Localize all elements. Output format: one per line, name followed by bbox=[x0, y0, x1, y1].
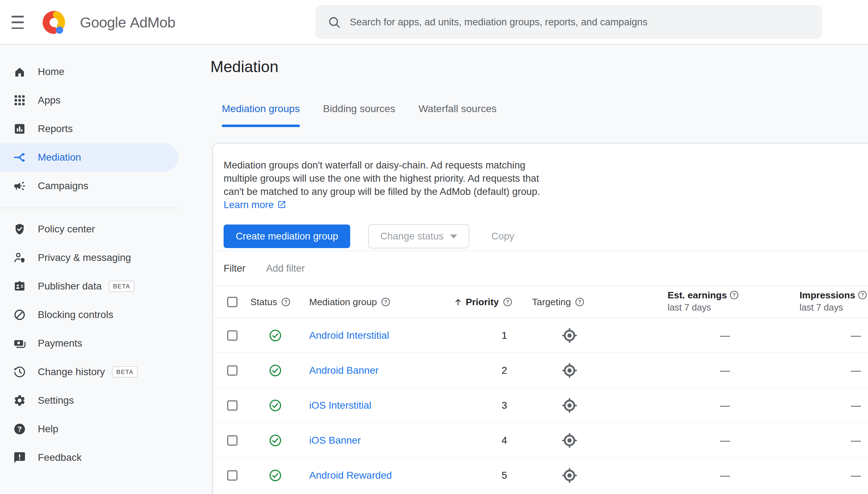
mediation-group-link[interactable]: Android Banner bbox=[309, 365, 379, 376]
mediation-description: Mediation groups don't waterfall or dais… bbox=[224, 158, 550, 211]
impressions-value: — bbox=[754, 435, 861, 446]
admob-brand[interactable]: Google AdMob bbox=[41, 10, 175, 35]
global-search-bar[interactable] bbox=[316, 5, 822, 39]
impressions-value: — bbox=[754, 400, 861, 411]
status-active-icon bbox=[269, 399, 282, 412]
sidebar-item-label: Home bbox=[38, 66, 65, 77]
mediation-group-header-label: Mediation group bbox=[309, 296, 377, 307]
column-header-mediation-group: Mediation group ? bbox=[309, 296, 390, 307]
help-circle-icon[interactable]: ? bbox=[858, 290, 867, 300]
admob-logo-icon bbox=[41, 10, 67, 35]
svg-text:?: ? bbox=[284, 299, 287, 304]
est-earnings-value: — bbox=[623, 330, 730, 341]
sidebar-item-label: Privacy & messaging bbox=[38, 252, 131, 263]
brand-admob-text: AdMob bbox=[130, 14, 175, 31]
mediation-group-link[interactable]: Android Interstitial bbox=[309, 330, 389, 341]
description-text: Mediation groups don't waterfall or dais… bbox=[224, 160, 540, 197]
targeting-icon bbox=[561, 362, 578, 379]
row-checkbox[interactable] bbox=[227, 330, 238, 341]
row-checkbox[interactable] bbox=[227, 435, 238, 445]
sidebar-item-reports[interactable]: Reports bbox=[0, 115, 178, 143]
add-filter-button[interactable]: Add filter bbox=[266, 263, 305, 274]
sidebar-item-feedback[interactable]: Feedback bbox=[0, 443, 178, 472]
row-checkbox[interactable] bbox=[227, 400, 238, 410]
column-header-priority[interactable]: Priority ? bbox=[453, 296, 512, 307]
help-circle-icon[interactable]: ? bbox=[729, 290, 739, 300]
sort-ascending-icon bbox=[453, 297, 463, 307]
sidebar-item-campaigns[interactable]: Campaigns bbox=[0, 172, 178, 200]
feedback-bubble-icon bbox=[13, 451, 26, 464]
sidebar-item-change-history[interactable]: Change history BETA bbox=[0, 358, 178, 386]
menu-icon[interactable] bbox=[11, 16, 24, 29]
sidebar-item-label: Publisher data bbox=[38, 281, 102, 292]
sidebar-item-settings[interactable]: Settings bbox=[0, 386, 178, 415]
column-header-status: Status ? bbox=[250, 296, 291, 307]
mediation-groups-card: Mediation groups don't waterfall or dais… bbox=[212, 143, 868, 494]
sidebar-item-payments[interactable]: Payments bbox=[0, 329, 178, 358]
sidebar-divider bbox=[0, 208, 178, 208]
targeting-icon bbox=[561, 432, 578, 449]
sidebar-item-label: Change history bbox=[38, 366, 105, 378]
search-input[interactable] bbox=[350, 16, 811, 28]
sidebar-item-label: Reports bbox=[38, 123, 73, 135]
est-earnings-value: — bbox=[623, 470, 730, 481]
sidebar-item-policy-center[interactable]: Policy center bbox=[0, 215, 178, 243]
est-earnings-value: — bbox=[623, 435, 730, 446]
card-intro: Mediation groups don't waterfall or dais… bbox=[213, 143, 868, 251]
sidebar-item-label: Apps bbox=[38, 95, 61, 106]
targeting-icon bbox=[561, 397, 578, 414]
search-icon bbox=[327, 15, 341, 29]
status-header-label: Status bbox=[250, 296, 277, 307]
column-header-est-earnings: Est. earnings ? last 7 days bbox=[668, 289, 739, 315]
learn-more-link[interactable]: Learn more bbox=[224, 199, 286, 210]
copy-button[interactable]: Copy bbox=[487, 231, 519, 242]
priority-header-label: Priority bbox=[466, 296, 499, 307]
sidebar-item-publisher-data[interactable]: Publisher data BETA bbox=[0, 272, 178, 301]
help-circle-icon[interactable]: ? bbox=[381, 297, 390, 307]
svg-text:?: ? bbox=[578, 299, 581, 304]
create-mediation-group-button[interactable]: Create mediation group bbox=[224, 225, 350, 248]
tab-mediation-groups[interactable]: Mediation groups bbox=[222, 103, 300, 127]
table-header-row: Status ? Mediation group ? Priority ? Ta… bbox=[213, 286, 868, 318]
svg-text:?: ? bbox=[506, 299, 509, 304]
row-checkbox[interactable] bbox=[227, 470, 238, 480]
row-checkbox[interactable] bbox=[227, 365, 238, 375]
sidebar-item-label: Blocking controls bbox=[38, 309, 113, 321]
gear-icon bbox=[13, 394, 26, 407]
banknote-icon bbox=[13, 337, 26, 350]
priority-value: 3 bbox=[436, 400, 507, 411]
history-clock-icon bbox=[13, 366, 26, 378]
status-active-icon bbox=[269, 434, 282, 447]
page-title: Mediation bbox=[210, 57, 279, 76]
chevron-down-icon bbox=[450, 235, 457, 238]
change-status-button[interactable]: Change status bbox=[368, 224, 469, 248]
est-earnings-value: — bbox=[623, 365, 730, 376]
help-circle-icon[interactable]: ? bbox=[281, 297, 291, 307]
sidebar-item-label: Payments bbox=[38, 338, 82, 349]
sidebar-item-blocking-controls[interactable]: Blocking controls bbox=[0, 301, 178, 329]
sidebar-item-mediation[interactable]: Mediation bbox=[0, 143, 178, 172]
brand-google-text: Google bbox=[80, 14, 126, 31]
svg-text:?: ? bbox=[384, 299, 387, 304]
sidebar-item-home[interactable]: Home bbox=[0, 57, 178, 86]
targeting-icon bbox=[561, 327, 578, 344]
help-circle-icon[interactable]: ? bbox=[575, 297, 584, 307]
sidebar-item-apps[interactable]: Apps bbox=[0, 86, 178, 115]
mediation-group-link[interactable]: iOS Interstitial bbox=[309, 400, 371, 411]
sidebar-item-label: Help bbox=[38, 423, 58, 435]
mediation-group-link[interactable]: iOS Banner bbox=[309, 435, 361, 446]
mediation-group-link[interactable]: Android Rewarded bbox=[309, 470, 392, 481]
sidebar-item-help[interactable]: ? Help bbox=[0, 415, 178, 443]
svg-text:?: ? bbox=[17, 425, 22, 433]
impressions-header-label: Impressions bbox=[800, 289, 855, 301]
table-row: iOS Interstitial 3 — — bbox=[213, 388, 868, 423]
tab-waterfall-sources[interactable]: Waterfall sources bbox=[418, 103, 496, 127]
id-badge-icon bbox=[13, 280, 26, 293]
select-all-checkbox[interactable] bbox=[227, 297, 238, 307]
column-header-targeting: Targeting ? bbox=[532, 296, 584, 307]
tab-bidding-sources[interactable]: Bidding sources bbox=[323, 103, 395, 127]
help-circle-icon[interactable]: ? bbox=[503, 297, 512, 307]
filter-bar: Filter Add filter bbox=[213, 251, 868, 286]
sidebar-item-privacy-messaging[interactable]: Privacy & messaging bbox=[0, 243, 178, 272]
impressions-value: — bbox=[754, 365, 861, 376]
